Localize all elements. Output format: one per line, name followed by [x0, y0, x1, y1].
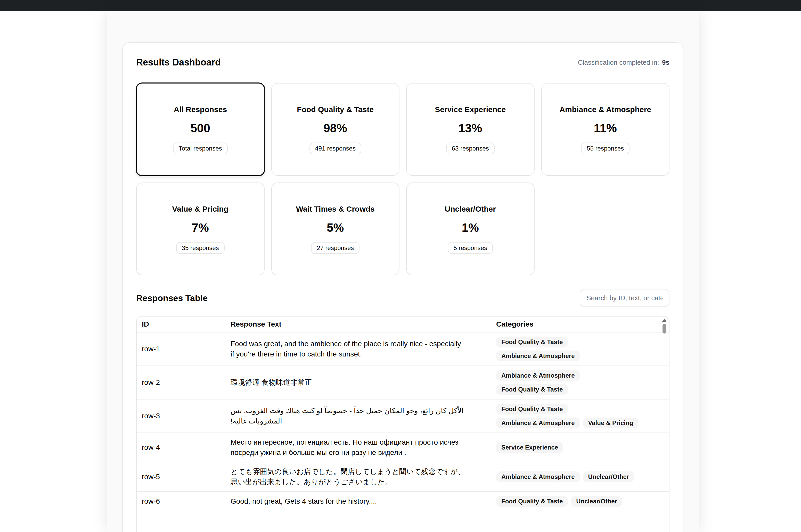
table-section-header: Responses Table: [136, 289, 669, 307]
category-card-title: Ambiance & Atmosphere: [559, 104, 651, 115]
category-pill: Food Quality & Taste: [496, 384, 568, 395]
completion-status: Classification completed in: 9s: [578, 58, 669, 66]
search-input[interactable]: [580, 289, 669, 307]
table-row: row-2 環境舒適 食物味道非常正 Ambiance & Atmosphere…: [137, 366, 669, 400]
category-pills: Ambiance & AtmosphereUnclear/Other: [496, 471, 640, 482]
category-pill: Service Experience: [496, 442, 563, 453]
row-id-cell: row-6: [137, 492, 225, 511]
column-header-response-text: Response Text: [225, 317, 491, 332]
category-pill: Unclear/Other: [571, 496, 622, 507]
column-header-id: ID: [137, 317, 225, 332]
category-card-count-badge: 27 responses: [311, 242, 359, 254]
category-card-value: 13%: [459, 121, 482, 135]
table-section-title: Responses Table: [136, 293, 208, 303]
category-pill: Value & Pricing: [583, 418, 638, 429]
category-pills: Ambiance & AtmosphereFood Quality & Tast…: [496, 370, 640, 395]
table-row: row-5 とても雰囲気の良いお店でした。閉店してしまうと聞いて残念ですが、思い…: [137, 462, 669, 492]
table-scrollbar[interactable]: [662, 318, 667, 532]
category-filter-card-4[interactable]: Ambiance & Atmosphere 11% 55 responses: [541, 83, 670, 176]
category-pills: Service Experience: [496, 442, 640, 453]
table-row: row-1 Food was great, and the ambience o…: [137, 332, 669, 366]
category-card-value: 11%: [594, 121, 617, 135]
row-text-cell: Место интересное, потенциал есть. Но наш…: [225, 433, 491, 462]
row-text-cell: Good, not great, Gets 4 stars for the hi…: [225, 492, 491, 511]
table-body: row-1 Food was great, and the ambience o…: [137, 332, 669, 511]
row-categories-cell: Ambiance & AtmosphereUnclear/Other: [491, 467, 669, 487]
category-filter-card-3[interactable]: Service Experience 13% 63 responses: [406, 83, 535, 176]
category-card-title: Unclear/Other: [445, 204, 496, 214]
top-bar: [0, 0, 801, 11]
category-pills: Food Quality & TasteAmbiance & Atmospher…: [496, 404, 640, 429]
row-id-cell: row-1: [137, 340, 225, 358]
category-card-value: 500: [190, 121, 210, 135]
category-card-count-badge: 55 responses: [581, 142, 630, 154]
completion-status-value: 9s: [662, 58, 669, 66]
category-pill: Ambiance & Atmosphere: [496, 370, 580, 381]
category-card-value: 5%: [327, 221, 344, 235]
category-card-title: Wait Times & Crowds: [296, 204, 375, 214]
category-card-count-badge: 35 responses: [176, 242, 225, 254]
category-filter-card-7[interactable]: Unclear/Other 1% 5 responses: [406, 183, 535, 275]
row-id-cell: row-2: [137, 373, 225, 392]
row-categories-cell: Food Quality & TasteAmbiance & Atmospher…: [491, 332, 669, 365]
table-row: row-4 Место интересное, потенциал есть. …: [137, 433, 669, 462]
row-text-cell: とても雰囲気の良いお店でした。閉店してしまうと聞いて残念ですが、思い出が出来まし…: [225, 462, 491, 491]
page-background-column: Results Dashboard Classification complet…: [107, 11, 700, 532]
completion-status-label: Classification completed in:: [578, 58, 659, 66]
row-text-cell: الأكل كان رائع، وجو المكان جميل جداً - خ…: [225, 402, 491, 431]
row-categories-cell: Ambiance & AtmosphereFood Quality & Tast…: [491, 366, 669, 399]
category-pills: Food Quality & TasteAmbiance & Atmospher…: [496, 337, 640, 361]
row-id-cell: row-3: [137, 407, 225, 425]
table-row: row-3 الأكل كان رائع، وجو المكان جميل جد…: [137, 400, 669, 433]
category-pill: Ambiance & Atmosphere: [496, 471, 580, 482]
row-id-cell: row-5: [137, 468, 225, 486]
row-categories-cell: Food Quality & TasteUnclear/Other: [491, 492, 669, 511]
row-categories-cell: Food Quality & TasteAmbiance & Atmospher…: [491, 400, 669, 433]
dashboard-header: Results Dashboard Classification complet…: [136, 56, 669, 69]
scrollbar-up-arrow-icon[interactable]: [662, 319, 666, 322]
category-card-count-badge: 491 responses: [310, 142, 361, 154]
category-card-value: 98%: [323, 121, 347, 135]
table-row: row-6 Good, not great, Gets 4 stars for …: [137, 492, 669, 511]
responses-table: ID Response Text Categories row-1 Food w…: [136, 316, 669, 532]
category-pill: Unclear/Other: [583, 471, 634, 482]
category-card-title: All Responses: [173, 104, 227, 115]
category-card-title: Service Experience: [435, 104, 506, 115]
results-dashboard-panel: Results Dashboard Classification complet…: [122, 42, 684, 532]
page-title: Results Dashboard: [136, 56, 221, 69]
category-pill: Ambiance & Atmosphere: [496, 418, 580, 429]
category-pill: Food Quality & Taste: [496, 337, 568, 347]
screen: Results Dashboard Classification complet…: [0, 0, 801, 532]
category-card-title: Food Quality & Taste: [297, 104, 374, 115]
category-card-value: 7%: [192, 221, 209, 235]
category-card-value: 1%: [462, 221, 479, 235]
category-filter-card-5[interactable]: Value & Pricing 7% 35 responses: [136, 183, 265, 275]
table-header-row: ID Response Text Categories: [137, 317, 669, 332]
row-categories-cell: Service Experience: [491, 438, 669, 457]
category-card-count-badge: 5 responses: [448, 242, 493, 254]
row-id-cell: row-4: [137, 438, 225, 457]
row-text-cell: Food was great, and the ambience of the …: [225, 335, 491, 363]
category-filter-card-6[interactable]: Wait Times & Crowds 5% 27 responses: [271, 183, 400, 275]
category-pills: Food Quality & TasteUnclear/Other: [496, 496, 640, 507]
scrollbar-thumb[interactable]: [663, 324, 666, 334]
category-pill: Ambiance & Atmosphere: [496, 350, 580, 361]
category-card-title: Value & Pricing: [172, 204, 228, 214]
column-header-categories: Categories: [491, 317, 669, 332]
row-text-cell: 環境舒適 食物味道非常正: [225, 373, 491, 392]
category-card-count-badge: Total responses: [173, 142, 228, 154]
category-cards-grid: All Responses 500 Total responses Food Q…: [136, 83, 669, 275]
category-card-count-badge: 63 responses: [446, 142, 495, 154]
category-pill: Food Quality & Taste: [496, 496, 568, 507]
category-filter-card-2[interactable]: Food Quality & Taste 98% 491 responses: [271, 83, 400, 176]
category-filter-card-1[interactable]: All Responses 500 Total responses: [136, 83, 265, 176]
category-pill: Food Quality & Taste: [496, 404, 568, 415]
